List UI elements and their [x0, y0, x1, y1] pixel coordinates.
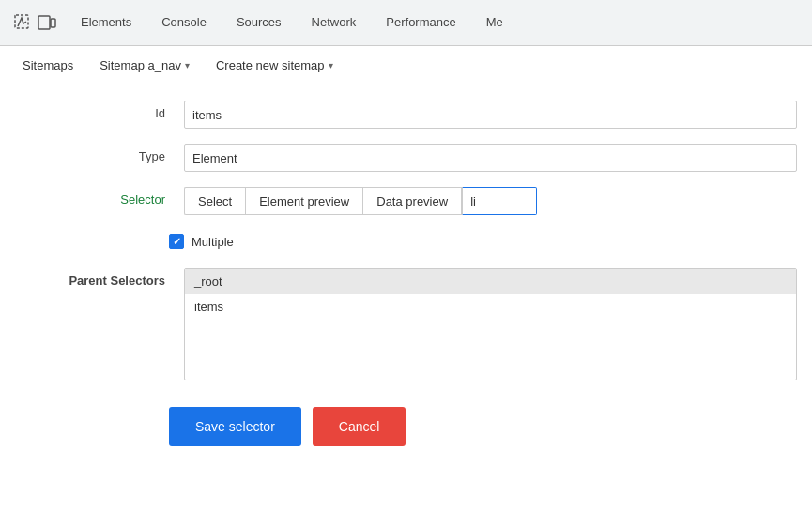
list-item[interactable]: _root	[185, 269, 796, 294]
tab-sources[interactable]: Sources	[222, 0, 297, 46]
selector-label: Selector	[15, 187, 184, 207]
nav-sitemap-a-nav[interactable]: Sitemap a_nav	[88, 54, 201, 76]
nav-sitemaps[interactable]: Sitemaps	[11, 54, 84, 76]
tab-performance[interactable]: Performance	[371, 0, 470, 46]
cursor-icon[interactable]	[13, 13, 32, 32]
tab-network[interactable]: Network	[297, 0, 372, 46]
tab-console[interactable]: Console	[146, 0, 222, 46]
parent-selectors-label: Parent Selectors	[15, 268, 184, 287]
svg-rect-2	[51, 19, 55, 27]
tab-elements[interactable]: Elements	[66, 0, 146, 46]
select-button[interactable]: Select	[184, 187, 245, 215]
nav-create-sitemap[interactable]: Create new sitemap	[205, 54, 345, 76]
devtools-tab-bar: Elements Console Sources Network Perform…	[0, 0, 812, 46]
form-area: Id Type Selector Select Element preview …	[0, 85, 812, 473]
element-preview-button[interactable]: Element preview	[245, 187, 362, 215]
type-label: Type	[15, 144, 184, 163]
id-input[interactable]	[184, 101, 797, 129]
secondary-nav: Sitemaps Sitemap a_nav Create new sitema…	[0, 46, 812, 85]
action-row: Save selector Cancel	[0, 396, 812, 458]
devtools-icons	[4, 13, 66, 32]
multiple-checkbox[interactable]	[169, 234, 184, 249]
selector-value-input[interactable]	[462, 187, 537, 215]
parent-selectors-row: Parent Selectors _root items	[0, 268, 812, 380]
type-input[interactable]	[184, 144, 797, 172]
tab-more[interactable]: Me	[471, 0, 518, 46]
id-row: Id	[0, 101, 812, 129]
selector-row: Selector Select Element preview Data pre…	[0, 187, 812, 215]
device-icon[interactable]	[38, 13, 56, 32]
list-item[interactable]: items	[185, 294, 796, 319]
save-selector-button[interactable]: Save selector	[169, 407, 301, 446]
multiple-checkbox-wrapper: Multiple	[169, 234, 234, 249]
cancel-button[interactable]: Cancel	[313, 407, 406, 446]
type-row: Type	[0, 144, 812, 172]
data-preview-button[interactable]: Data preview	[362, 187, 462, 215]
multiple-label: Multiple	[192, 235, 234, 249]
svg-rect-1	[38, 16, 50, 29]
parent-selectors-list: _root items	[184, 268, 797, 380]
multiple-row: Multiple	[0, 230, 812, 253]
selector-controls: Select Element preview Data preview	[184, 187, 537, 215]
id-label: Id	[15, 101, 184, 120]
